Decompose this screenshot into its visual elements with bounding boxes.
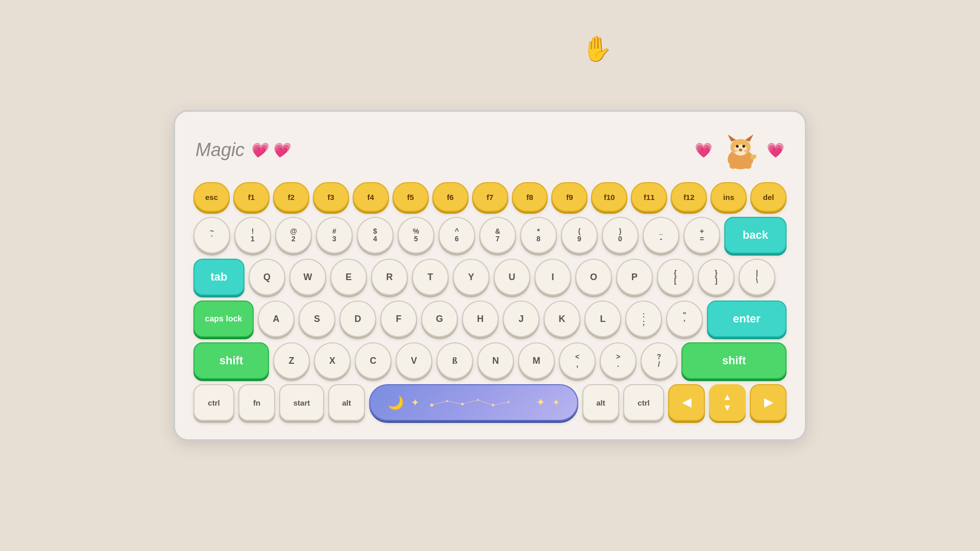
key-b[interactable]: ß [436, 342, 473, 379]
key-f6[interactable]: f6 [432, 182, 469, 212]
key-fn-btn[interactable]: fn [238, 384, 275, 421]
key-x[interactable]: X [314, 342, 351, 379]
svg-point-8 [733, 149, 738, 152]
svg-point-11 [744, 163, 751, 169]
key-f5[interactable]: f5 [393, 182, 429, 212]
key-ctrl-right[interactable]: ctrl [623, 384, 664, 421]
key-v[interactable]: V [396, 342, 432, 379]
svg-line-19 [432, 401, 447, 405]
key-alt-right[interactable]: alt [582, 384, 619, 421]
svg-point-5 [736, 145, 739, 147]
key-t[interactable]: T [412, 259, 449, 295]
key-f[interactable]: F [380, 300, 417, 337]
cursor-icon: ✋ [582, 35, 612, 63]
key-start[interactable]: start [279, 384, 324, 421]
key-comma[interactable]: <, [559, 342, 596, 379]
svg-line-22 [478, 400, 493, 405]
key-m[interactable]: M [518, 342, 555, 379]
key-3[interactable]: #3 [316, 217, 353, 254]
key-quote[interactable]: "' [666, 300, 703, 337]
svg-line-23 [493, 402, 508, 405]
key-f1[interactable]: f1 [233, 182, 270, 212]
key-f10[interactable]: f10 [591, 182, 627, 212]
key-n[interactable]: N [477, 342, 514, 379]
key-g[interactable]: G [421, 300, 458, 337]
key-l[interactable]: L [584, 300, 621, 337]
key-f8[interactable]: f8 [512, 182, 548, 212]
key-s[interactable]: S [299, 300, 335, 337]
key-j[interactable]: J [503, 300, 540, 337]
key-minus[interactable]: _- [643, 217, 679, 254]
star1-icon: ✦ [411, 396, 420, 409]
key-ins[interactable]: ins [710, 182, 747, 212]
key-f3[interactable]: f3 [313, 182, 349, 212]
svg-point-9 [744, 149, 748, 152]
key-bracket-open[interactable]: {[ [657, 259, 694, 295]
key-shift-left[interactable]: shift [193, 342, 269, 379]
header-right: 💗 [695, 127, 785, 173]
key-h[interactable]: H [462, 300, 499, 337]
key-2[interactable]: @2 [275, 217, 312, 254]
key-f4[interactable]: f4 [353, 182, 389, 212]
key-shift-right[interactable]: shift [681, 342, 787, 379]
svg-point-7 [739, 148, 742, 151]
key-u[interactable]: U [494, 259, 530, 295]
hearts-left: 💗 💗 [250, 142, 289, 159]
key-bracket-close[interactable]: }] [698, 259, 734, 295]
heart-left-icon: 💗 [695, 142, 713, 159]
key-backspace[interactable]: back [724, 217, 787, 254]
key-0[interactable]: )0 [602, 217, 639, 254]
key-nav-updown[interactable]: ▲ ▼ [709, 384, 746, 421]
key-enter[interactable]: enter [707, 300, 787, 337]
key-5[interactable]: %5 [398, 217, 434, 254]
key-d[interactable]: D [339, 300, 376, 337]
key-tilde[interactable]: ~` [193, 217, 230, 254]
key-8[interactable]: *8 [520, 217, 557, 254]
heart-right-icon: 💗 [767, 142, 785, 159]
key-f11[interactable]: f11 [631, 182, 667, 212]
key-pipe[interactable]: |\ [739, 259, 775, 295]
key-w[interactable]: W [289, 259, 326, 295]
key-f12[interactable]: f12 [671, 182, 707, 212]
key-i[interactable]: I [534, 259, 571, 295]
key-capslock[interactable]: caps lock [193, 300, 254, 337]
star3-icon: ✦ [552, 397, 560, 408]
key-q[interactable]: Q [249, 259, 285, 295]
key-space[interactable]: 🌙 ✦ [369, 384, 578, 421]
key-del[interactable]: del [750, 182, 787, 212]
key-7[interactable]: &7 [479, 217, 516, 254]
key-e[interactable]: E [330, 259, 367, 295]
key-period[interactable]: >. [600, 342, 636, 379]
key-alt-left[interactable]: alt [328, 384, 365, 421]
key-p[interactable]: P [616, 259, 653, 295]
key-nav-left[interactable]: ◀ [668, 384, 705, 421]
key-k[interactable]: K [544, 300, 580, 337]
key-z[interactable]: Z [273, 342, 310, 379]
key-esc[interactable]: esc [193, 182, 230, 212]
keyboard-rows: esc f1 f2 f3 f4 f5 f6 f7 f8 f9 f10 f11 f… [193, 182, 787, 421]
key-f2[interactable]: f2 [273, 182, 309, 212]
star2-icon: ✦ [536, 396, 545, 409]
key-c[interactable]: C [355, 342, 391, 379]
key-nav-right[interactable]: ▶ [750, 384, 787, 421]
key-equals[interactable]: += [683, 217, 720, 254]
key-1[interactable]: !1 [234, 217, 271, 254]
key-o[interactable]: O [575, 259, 612, 295]
key-semicolon[interactable]: :; [625, 300, 662, 337]
svg-point-10 [729, 163, 737, 169]
key-r[interactable]: R [371, 259, 408, 295]
key-f9[interactable]: f9 [551, 182, 587, 212]
key-9[interactable]: (9 [561, 217, 598, 254]
fn-row: esc f1 f2 f3 f4 f5 f6 f7 f8 f9 f10 f11 f… [193, 182, 787, 212]
key-y[interactable]: Y [453, 259, 489, 295]
svg-point-6 [742, 145, 745, 147]
title-text: Magic [195, 139, 244, 161]
key-tab[interactable]: tab [193, 259, 244, 295]
key-6[interactable]: ^6 [438, 217, 475, 254]
zxcv-row: shift Z X C V ß N M <, >. ?/ shift [193, 342, 787, 379]
key-4[interactable]: $4 [357, 217, 394, 254]
key-ctrl-left[interactable]: ctrl [193, 384, 234, 421]
key-a[interactable]: A [258, 300, 295, 337]
key-f7[interactable]: f7 [472, 182, 508, 212]
key-slash[interactable]: ?/ [641, 342, 677, 379]
